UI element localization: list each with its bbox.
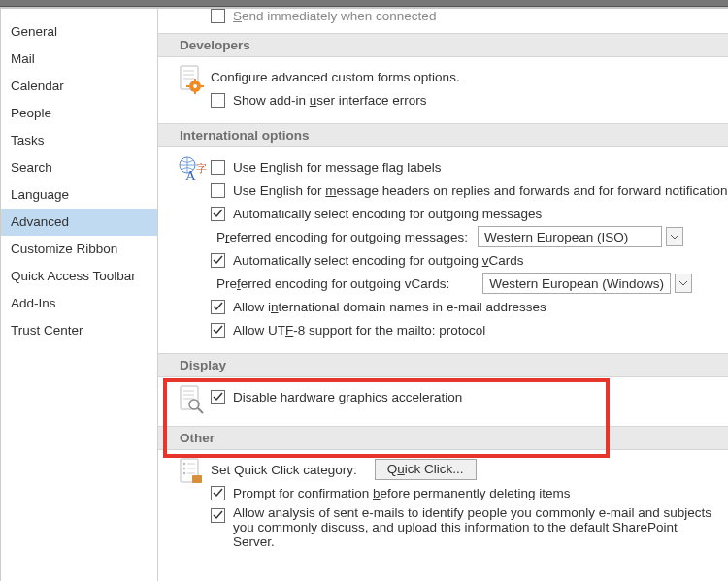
options-dialog: General Mail Calendar People Tasks Searc…: [0, 9, 728, 581]
truncated-row: Send immediately when connected: [158, 9, 728, 27]
show-addin-errors-label: Show add-in user interface errors: [233, 93, 427, 108]
sidebar-item-label: Customize Ribbon: [11, 242, 117, 256]
svg-rect-26: [192, 475, 202, 483]
allow-idn-checkbox[interactable]: [211, 300, 225, 314]
svg-point-5: [193, 84, 197, 88]
other-icon: [178, 458, 211, 550]
auto-encoding-messages-checkbox[interactable]: [211, 207, 225, 221]
select-value: Western European (ISO): [484, 230, 628, 244]
options-main-panel: Send immediately when connected Develope…: [157, 9, 728, 581]
chevron-down-icon[interactable]: [675, 274, 692, 293]
auto-encoding-vcards-label: Automatically select encoding for outgoi…: [233, 253, 523, 268]
sidebar-item-label: Language: [11, 187, 69, 202]
section-other: Other Set Quick Click category:: [158, 426, 728, 556]
section-display: Display Disable hardware graph: [158, 353, 728, 420]
sidebar-item-label: Mail: [11, 51, 35, 66]
section-header-display: Display: [158, 353, 728, 377]
prompt-delete-checkbox[interactable]: [211, 486, 225, 500]
english-flag-labels-checkbox[interactable]: [211, 160, 225, 175]
svg-text:A: A: [185, 168, 196, 183]
svg-rect-6: [194, 79, 196, 81]
sidebar-item-label: Search: [11, 160, 52, 175]
select-value: Western European (Windows): [489, 276, 664, 291]
preferred-encoding-vcards-select[interactable]: Western European (Windows): [482, 273, 671, 294]
section-developers: Developers: [158, 33, 728, 117]
disable-hw-accel-label: Disable hardware graphics acceleration: [233, 390, 462, 404]
sidebar-item-search[interactable]: Search: [1, 154, 157, 181]
section-international: International options A 字 Use English fo…: [158, 123, 728, 347]
section-header-international: International options: [158, 123, 728, 147]
sidebar-item-language[interactable]: Language: [1, 181, 157, 209]
sidebar-item-tasks[interactable]: Tasks: [1, 127, 157, 154]
international-icon: A 字: [178, 155, 211, 341]
options-sidebar: General Mail Calendar People Tasks Searc…: [0, 9, 157, 581]
allow-utf8-mailto-label: Allow UTF-8 support for the mailto: prot…: [233, 323, 485, 338]
sidebar-item-label: Trust Center: [11, 323, 83, 338]
allow-analysis-label: Allow analysis of sent e-mails to identi…: [233, 505, 722, 549]
sidebar-item-label: Calendar: [11, 79, 64, 93]
show-addin-errors-checkbox[interactable]: [211, 93, 225, 108]
svg-point-22: [183, 468, 185, 469]
developers-icon: [178, 65, 211, 112]
english-message-headers-label: Use English for message headers on repli…: [233, 183, 728, 198]
display-icon: [178, 385, 211, 414]
sidebar-item-label: Quick Access Toolbar: [11, 269, 136, 283]
auto-encoding-vcards-checkbox[interactable]: [211, 253, 225, 268]
sidebar-item-advanced[interactable]: Advanced: [1, 209, 157, 236]
sidebar-item-label: General: [11, 24, 57, 39]
window-titlebar: [0, 0, 728, 7]
svg-rect-8: [186, 85, 189, 87]
preferred-encoding-messages-label: Preferred encoding for outgoing messages…: [216, 230, 468, 244]
sidebar-item-customize-ribbon[interactable]: Customize Ribbon: [1, 236, 157, 263]
send-immediately-checkbox[interactable]: [211, 9, 225, 23]
auto-encoding-messages-label: Automatically select encoding for outgoi…: [233, 207, 542, 221]
quick-click-label: Set Quick Click category:: [211, 463, 357, 477]
disable-hw-accel-checkbox[interactable]: [211, 390, 225, 404]
sidebar-item-quick-access-toolbar[interactable]: Quick Access Toolbar: [1, 263, 157, 290]
quick-click-button[interactable]: Quick Click...: [375, 459, 477, 480]
sidebar-item-label: Advanced: [11, 214, 69, 229]
sidebar-item-general[interactable]: General: [1, 18, 157, 46]
svg-line-18: [198, 408, 203, 413]
allow-idn-label: Allow international domain names in e-ma…: [233, 300, 546, 314]
sidebar-item-label: Add-Ins: [11, 296, 56, 310]
sidebar-item-add-ins[interactable]: Add-Ins: [1, 290, 157, 317]
svg-rect-7: [194, 91, 196, 94]
sidebar-item-trust-center[interactable]: Trust Center: [1, 317, 157, 344]
preferred-encoding-vcards-label: Preferred encoding for outgoing vCards:: [216, 276, 449, 291]
svg-point-24: [183, 472, 185, 474]
sidebar-item-calendar[interactable]: Calendar: [1, 73, 157, 100]
prompt-delete-label: Prompt for confirmation before permanent…: [233, 486, 570, 500]
preferred-encoding-messages-select[interactable]: Western European (ISO): [478, 226, 662, 247]
developers-desc: Configure advanced custom forms options.: [211, 70, 460, 84]
english-flag-labels-label: Use English for message flag labels: [233, 160, 442, 175]
svg-text:字: 字: [196, 162, 207, 174]
allow-utf8-mailto-checkbox[interactable]: [211, 323, 225, 338]
send-immediately-label: Send immediately when connected: [233, 9, 436, 23]
sidebar-item-label: Tasks: [11, 133, 45, 147]
english-message-headers-checkbox[interactable]: [211, 183, 225, 198]
sidebar-item-people[interactable]: People: [1, 100, 157, 127]
chevron-down-icon[interactable]: [666, 227, 683, 246]
svg-point-20: [183, 463, 185, 465]
section-header-other: Other: [158, 426, 728, 450]
sidebar-item-label: People: [11, 106, 51, 120]
allow-analysis-checkbox[interactable]: [211, 508, 225, 523]
section-header-developers: Developers: [158, 33, 728, 57]
svg-rect-9: [201, 85, 204, 87]
sidebar-item-mail[interactable]: Mail: [1, 46, 157, 73]
